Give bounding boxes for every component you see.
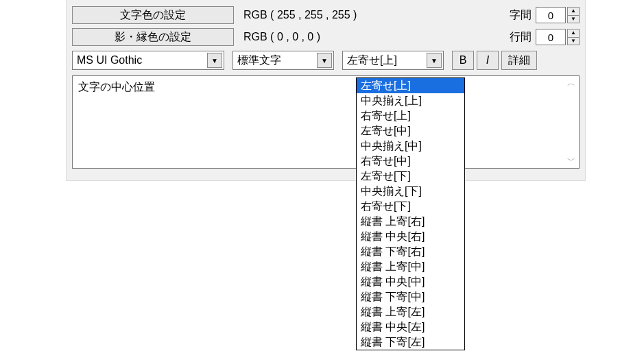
text-color-button-label: 文字色の設定	[120, 8, 186, 23]
italic-button-label: I	[486, 54, 489, 67]
align-dropdown-list[interactable]: 左寄せ[上]中央揃え[上]右寄せ[上]左寄せ[中]中央揃え[中]右寄せ[中]左寄…	[356, 77, 465, 350]
detail-button-label: 詳細	[508, 53, 530, 68]
chevron-down-icon[interactable]: ▼	[317, 53, 332, 68]
align-option[interactable]: 右寄せ[下]	[357, 199, 464, 214]
line-spacing-spinner: ▲ ▼	[536, 29, 580, 45]
char-spacing-input[interactable]	[536, 7, 566, 23]
text-color-button[interactable]: 文字色の設定	[72, 6, 234, 24]
format-button-group: B I 詳細	[452, 51, 537, 70]
row-font-style-align: MS UI Gothic ▼ 標準文字 ▼ 左寄せ[上] ▼ B I 詳細	[72, 49, 580, 71]
align-combo[interactable]: 左寄せ[上] ▼	[342, 51, 444, 70]
align-option[interactable]: 中央揃え[上]	[357, 93, 464, 108]
align-option[interactable]: 縦書 上寄[右]	[357, 214, 464, 229]
align-option[interactable]: 縦書 上寄[左]	[357, 304, 464, 319]
align-option[interactable]: 右寄せ[上]	[357, 108, 464, 123]
bold-button[interactable]: B	[452, 51, 474, 70]
scroll-up-icon[interactable]: ︿	[567, 77, 575, 89]
row-text-color: 文字色の設定 RGB ( 255 , 255 , 255 ) 字間 ▲ ▼	[72, 5, 580, 25]
font-combo[interactable]: MS UI Gothic ▼	[72, 51, 224, 70]
settings-panel: 文字色の設定 RGB ( 255 , 255 , 255 ) 字間 ▲ ▼ 影・…	[66, 0, 586, 181]
char-spacing-down[interactable]: ▼	[567, 16, 580, 24]
char-spacing-label: 字間	[510, 8, 532, 23]
align-option[interactable]: 縦書 下寄[左]	[357, 335, 464, 350]
align-option[interactable]: 縦書 中央[右]	[357, 229, 464, 244]
font-combo-value: MS UI Gothic	[77, 54, 142, 67]
align-option[interactable]: 右寄せ[中]	[357, 154, 464, 169]
line-spacing-label: 行間	[510, 30, 532, 45]
text-input-area[interactable]: 文字の中心位置 ︿ ﹀	[72, 75, 580, 169]
text-input-content: 文字の中心位置	[78, 81, 155, 93]
align-option[interactable]: 中央揃え[中]	[357, 138, 464, 154]
line-spacing-up[interactable]: ▲	[567, 29, 580, 38]
shadow-color-button[interactable]: 影・縁色の設定	[72, 28, 234, 46]
shadow-color-rgb-value: RGB ( 0 , 0 , 0 )	[243, 31, 320, 43]
style-combo[interactable]: 標準文字 ▼	[232, 51, 334, 70]
align-option[interactable]: 左寄せ[下]	[357, 169, 464, 184]
align-combo-value: 左寄せ[上]	[347, 53, 397, 68]
line-spacing-input[interactable]	[536, 29, 566, 45]
align-option[interactable]: 中央揃え[下]	[357, 184, 464, 199]
align-option[interactable]: 左寄せ[中]	[357, 123, 464, 138]
detail-button[interactable]: 詳細	[501, 51, 537, 70]
align-option[interactable]: 縦書 下寄[右]	[357, 244, 464, 259]
align-option[interactable]: 縦書 中央[左]	[357, 319, 464, 335]
align-option[interactable]: 縦書 下寄[中]	[357, 289, 464, 304]
chevron-down-icon[interactable]: ▼	[207, 53, 222, 68]
italic-button[interactable]: I	[477, 51, 499, 70]
align-option[interactable]: 縦書 中央[中]	[357, 274, 464, 289]
scroll-down-icon[interactable]: ﹀	[567, 155, 575, 167]
row-shadow-color: 影・縁色の設定 RGB ( 0 , 0 , 0 ) 行間 ▲ ▼	[72, 27, 580, 47]
bold-button-label: B	[460, 54, 467, 67]
shadow-color-button-label: 影・縁色の設定	[115, 30, 191, 45]
chevron-down-icon[interactable]: ▼	[427, 53, 442, 68]
text-color-rgb-value: RGB ( 255 , 255 , 255 )	[243, 9, 357, 21]
align-option[interactable]: 縦書 上寄[中]	[357, 259, 464, 274]
textarea-scrollbar[interactable]: ︿ ﹀	[565, 77, 577, 167]
char-spacing-spinner: ▲ ▼	[536, 7, 580, 23]
line-spacing-down[interactable]: ▼	[567, 38, 580, 46]
align-option[interactable]: 左寄せ[上]	[357, 78, 464, 93]
style-combo-value: 標準文字	[237, 53, 281, 68]
char-spacing-up[interactable]: ▲	[567, 7, 580, 16]
